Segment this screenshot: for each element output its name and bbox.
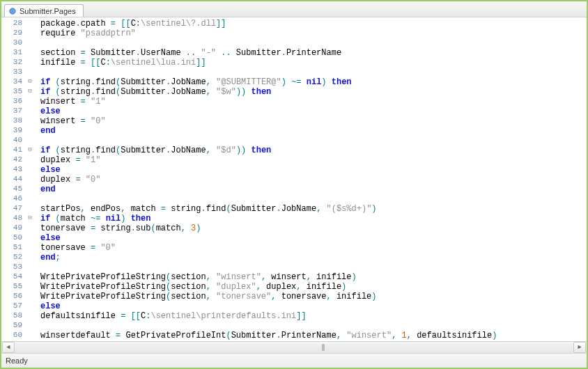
line-number: 48 — [1, 214, 25, 223]
code-line[interactable]: 29require "psaddptrn" — [1, 29, 587, 38]
code-line[interactable]: 45 end — [1, 184, 587, 194]
fold-marker — [25, 136, 35, 146]
horizontal-scrollbar[interactable]: ◄ ► — [1, 341, 587, 353]
code-line[interactable]: 31section = Submitter.UserName .. "-" ..… — [1, 48, 587, 58]
code-text[interactable]: require "psaddptrn" — [35, 29, 587, 38]
code-line[interactable]: 54 WritePrivateProfileString(section, "w… — [1, 272, 587, 282]
fold-marker[interactable]: ⊟ — [25, 214, 35, 223]
fold-marker[interactable]: ⊟ — [25, 77, 35, 87]
code-text[interactable]: WritePrivateProfileString(section, "wins… — [35, 272, 587, 282]
code-line[interactable]: 51 tonersave = "0" — [1, 243, 587, 253]
code-line[interactable]: 47 startPos, endPos, match = string.find… — [1, 204, 587, 214]
code-text[interactable]: end; — [35, 253, 587, 262]
code-text[interactable] — [35, 262, 587, 272]
code-text[interactable]: defaultsinifile = [[C:\sentinel\printerd… — [35, 311, 587, 321]
code-text[interactable]: if (match ~= nil) then — [35, 214, 587, 223]
code-text[interactable]: winsert = "1" — [35, 97, 587, 107]
code-text[interactable]: if (string.find(Submitter.JobName, "$w")… — [35, 87, 587, 97]
code-text[interactable] — [35, 68, 587, 77]
code-text[interactable] — [35, 194, 587, 204]
line-number: 37 — [1, 107, 25, 116]
code-text[interactable]: winsert = "0" — [35, 116, 587, 126]
code-line[interactable]: 56 WritePrivateProfileString(section, "t… — [1, 292, 587, 301]
code-line[interactable]: 35⊟ if (string.find(Submitter.JobName, "… — [1, 87, 587, 97]
code-text[interactable]: inifile = [[C:\sentinel\lua.ini]] — [35, 58, 587, 68]
code-text[interactable]: tonersave = "0" — [35, 243, 587, 253]
code-text[interactable]: end — [35, 184, 587, 194]
code-editor[interactable]: 28package.cpath = [[C:\sentinel\?.dll]]2… — [1, 17, 587, 341]
code-text[interactable]: if (string.find(Submitter.JobName, "$d")… — [35, 146, 587, 155]
code-text[interactable]: end — [35, 126, 587, 136]
code-line[interactable]: 43 else — [1, 165, 587, 175]
line-number: 43 — [1, 165, 25, 175]
code-line[interactable]: 44 duplex = "0" — [1, 175, 587, 184]
code-line[interactable]: 32inifile = [[C:\sentinel\lua.ini]] — [1, 58, 587, 68]
code-text[interactable]: else — [35, 233, 587, 243]
code-text[interactable]: WritePrivateProfileString(section, "dupl… — [35, 282, 587, 292]
line-number: 35 — [1, 87, 25, 97]
fold-marker — [25, 321, 35, 331]
code-text[interactable] — [35, 136, 587, 146]
code-text[interactable]: package.cpath = [[C:\sentinel\?.dll]] — [35, 19, 587, 29]
line-number: 56 — [1, 292, 25, 301]
code-line[interactable]: 42 duplex = "1" — [1, 155, 587, 165]
code-line[interactable]: 49 tonersave = string.sub(match, 3) — [1, 223, 587, 233]
code-line[interactable]: 33 — [1, 68, 587, 77]
tab-submitter-pages[interactable]: Submitter.Pages — [4, 4, 84, 17]
code-line[interactable]: 48⊟ if (match ~= nil) then — [1, 214, 587, 223]
code-line[interactable]: 50 else — [1, 233, 587, 243]
fold-marker — [25, 184, 35, 194]
code-text[interactable]: if (string.find(Submitter.JobName, "@SUB… — [35, 77, 587, 87]
code-line[interactable]: 40 — [1, 136, 587, 146]
fold-marker — [25, 311, 35, 321]
code-text[interactable]: else — [35, 165, 587, 175]
code-line[interactable]: 52 end; — [1, 253, 587, 262]
code-line[interactable]: 34⊟if (string.find(Submitter.JobName, "@… — [1, 77, 587, 87]
code-text[interactable]: else — [35, 107, 587, 116]
code-line[interactable]: 55 WritePrivateProfileString(section, "d… — [1, 282, 587, 292]
code-line[interactable]: 60 winsertdefault = GetPrivateProfileInt… — [1, 331, 587, 340]
line-number: 29 — [1, 29, 25, 38]
code-text[interactable]: tonersave = string.sub(match, 3) — [35, 223, 587, 233]
code-text[interactable]: duplex = "0" — [35, 175, 587, 184]
code-line[interactable]: 37 else — [1, 107, 587, 116]
scroll-left-arrow[interactable]: ◄ — [2, 342, 15, 353]
fold-marker — [25, 48, 35, 58]
code-text[interactable]: duplex = "1" — [35, 155, 587, 165]
code-line[interactable]: 41⊟ if (string.find(Submitter.JobName, "… — [1, 146, 587, 155]
tab-label: Submitter.Pages — [20, 7, 76, 15]
editor-window: Submitter.Pages 28package.cpath = [[C:\s… — [0, 0, 588, 369]
code-text[interactable]: WritePrivateProfileString(section, "tone… — [35, 292, 587, 301]
fold-marker — [25, 29, 35, 38]
code-line[interactable]: 59 — [1, 321, 587, 331]
line-number: 30 — [1, 38, 25, 48]
code-line[interactable]: 28package.cpath = [[C:\sentinel\?.dll]] — [1, 19, 587, 29]
fold-marker[interactable]: ⊟ — [25, 87, 35, 97]
fold-marker — [25, 107, 35, 116]
code-line[interactable]: 46 — [1, 194, 587, 204]
scroll-right-arrow[interactable]: ► — [573, 342, 586, 353]
fold-marker — [25, 155, 35, 165]
code-text[interactable]: winsertdefault = GetPrivateProfileInt(Su… — [35, 331, 587, 340]
code-text[interactable]: startPos, endPos, match = string.find(Su… — [35, 204, 587, 214]
code-line[interactable]: 39 end — [1, 126, 587, 136]
scroll-track[interactable] — [16, 343, 572, 352]
fold-marker — [25, 223, 35, 233]
line-number: 55 — [1, 282, 25, 292]
fold-marker — [25, 126, 35, 136]
code-line[interactable]: 53 — [1, 262, 587, 272]
fold-marker — [25, 262, 35, 272]
code-text[interactable] — [35, 321, 587, 331]
code-line[interactable]: 36 winsert = "1" — [1, 97, 587, 107]
code-text[interactable]: section = Submitter.UserName .. "-" .. S… — [35, 48, 587, 58]
code-text[interactable] — [35, 38, 587, 48]
line-number: 53 — [1, 262, 25, 272]
code-line[interactable]: 57else — [1, 301, 587, 311]
scroll-thumb[interactable] — [322, 344, 325, 351]
code-line[interactable]: 30 — [1, 38, 587, 48]
code-line[interactable]: 58 defaultsinifile = [[C:\sentinel\print… — [1, 311, 587, 321]
code-text[interactable]: else — [35, 301, 587, 311]
fold-marker[interactable]: ⊟ — [25, 146, 35, 155]
code-line[interactable]: 38 winsert = "0" — [1, 116, 587, 126]
fold-marker — [25, 165, 35, 175]
